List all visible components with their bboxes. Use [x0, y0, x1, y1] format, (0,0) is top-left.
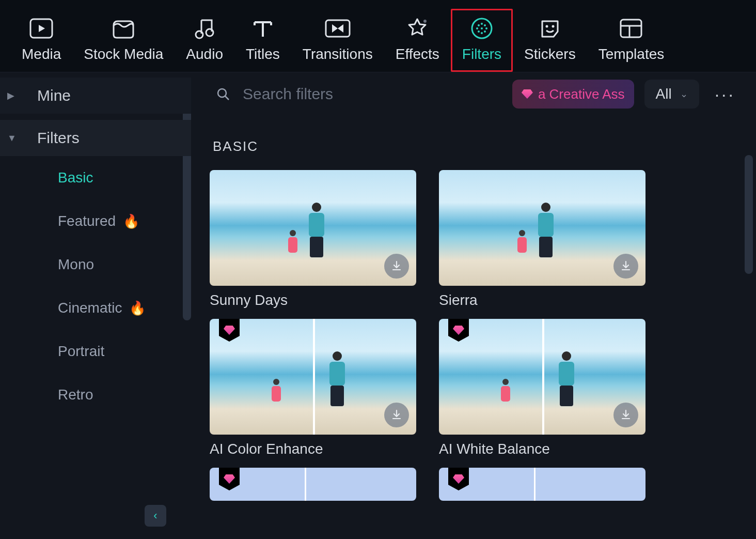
- nav-stickers[interactable]: Stickers: [513, 9, 587, 72]
- premium-badge: [448, 468, 469, 490]
- nav-templates[interactable]: Templates: [587, 9, 676, 72]
- svg-marker-5: [332, 24, 338, 33]
- sidebar-scrollbar[interactable]: [183, 78, 191, 320]
- filter-card[interactable]: AI Color Enhance: [210, 319, 416, 457]
- templates-icon: [619, 15, 643, 42]
- download-icon[interactable]: [384, 403, 409, 427]
- filters-icon: [470, 15, 494, 42]
- filter-card[interactable]: Sierra: [439, 170, 645, 309]
- filter-label: Sunny Days: [210, 292, 416, 309]
- more-options-button[interactable]: ···: [710, 84, 741, 104]
- nav-transitions[interactable]: Transitions: [291, 9, 384, 72]
- nav-label: Transitions: [303, 46, 373, 63]
- flame-icon: 🔥: [123, 213, 139, 229]
- nav-label: Media: [22, 46, 61, 63]
- flame-icon: 🔥: [129, 300, 146, 316]
- sidebar-item-label: Cinematic: [58, 300, 122, 316]
- nav-media[interactable]: Media: [10, 9, 72, 72]
- creative-badge-label: a Creative Ass: [538, 86, 625, 102]
- sidebar-group-mine[interactable]: ▶ Mine: [0, 78, 191, 114]
- search-wrap: [210, 85, 502, 103]
- collapse-sidebar-button[interactable]: ‹: [145, 505, 166, 527]
- nav-stock-media[interactable]: Stock Media: [72, 9, 175, 72]
- filter-card[interactable]: Sunny Days: [210, 170, 416, 309]
- search-input[interactable]: [243, 85, 408, 103]
- figure-child: [272, 379, 281, 408]
- svg-rect-20: [621, 20, 641, 37]
- sidebar-item-label: Retro: [58, 387, 93, 403]
- svg-point-7: [423, 20, 427, 23]
- nav-filters[interactable]: Filters: [451, 9, 513, 72]
- filter-label: Sierra: [439, 292, 645, 309]
- filter-card[interactable]: [210, 468, 416, 501]
- svg-point-13: [481, 27, 483, 29]
- sidebar-item-cinematic[interactable]: Cinematic 🔥: [0, 286, 191, 330]
- sidebar-group-label: Mine: [37, 87, 71, 104]
- more-label: ···: [715, 84, 735, 104]
- svg-point-10: [481, 23, 483, 25]
- sidebar-item-retro[interactable]: Retro: [0, 373, 191, 417]
- effects-icon: [405, 15, 429, 42]
- dropdown-label: All: [656, 86, 672, 102]
- stock-media-icon: [112, 15, 135, 42]
- main-panel: a Creative Ass All ⌄ ··· BASIC S: [191, 72, 756, 539]
- nav-titles[interactable]: Titles: [234, 9, 291, 72]
- sidebar-item-portrait[interactable]: Portrait: [0, 330, 191, 373]
- sidebar-item-label: Basic: [58, 170, 93, 186]
- sidebar-item-basic[interactable]: Basic: [0, 156, 191, 199]
- svg-point-11: [484, 24, 486, 26]
- filter-thumbnail: [439, 468, 645, 501]
- search-icon: [216, 87, 230, 101]
- download-icon[interactable]: [613, 254, 638, 279]
- filter-thumbnail: [439, 170, 645, 286]
- figure-adult: [329, 351, 345, 408]
- filter-thumbnail: [210, 170, 416, 286]
- stickers-icon: [538, 15, 562, 42]
- sidebar-item-label: Portrait: [58, 343, 104, 360]
- sidebar-group-filters[interactable]: ▼ Filters: [0, 120, 191, 156]
- diamond-icon: [224, 326, 235, 335]
- svg-point-17: [484, 30, 486, 33]
- figure-adult: [559, 351, 574, 408]
- sidebar-item-mono[interactable]: Mono: [0, 243, 191, 286]
- filter-card[interactable]: [439, 468, 645, 501]
- sidebar: ▶ Mine ▼ Filters Basic Featured 🔥 Mono C…: [0, 72, 191, 539]
- nav-audio[interactable]: Audio: [175, 9, 234, 72]
- svg-point-3: [206, 29, 213, 36]
- filter-label: AI Color Enhance: [210, 441, 416, 457]
- premium-badge: [448, 319, 469, 342]
- figure-child: [288, 230, 297, 259]
- diamond-icon: [453, 326, 464, 335]
- filters-grid: Sunny Days Sierra: [210, 170, 741, 501]
- creative-assets-badge[interactable]: a Creative Ass: [512, 80, 634, 109]
- nav-label: Stock Media: [84, 46, 163, 63]
- chevron-down-icon: ▼: [7, 133, 17, 144]
- download-icon[interactable]: [384, 254, 409, 279]
- chevron-down-icon: ⌄: [680, 88, 688, 100]
- nav-label: Filters: [462, 46, 501, 63]
- filter-thumbnail: [439, 319, 645, 435]
- diamond-icon: [453, 474, 464, 484]
- filter-thumbnail: [210, 319, 416, 435]
- nav-effects[interactable]: Effects: [384, 9, 451, 72]
- figure-adult: [538, 203, 554, 259]
- sidebar-item-featured[interactable]: Featured 🔥: [0, 199, 191, 243]
- sidebar-item-label: Mono: [58, 256, 94, 273]
- main-scrollbar[interactable]: [745, 155, 753, 274]
- filter-card[interactable]: AI White Balance: [439, 319, 645, 457]
- chevron-right-icon: ▶: [7, 90, 14, 101]
- svg-point-18: [545, 25, 548, 28]
- titles-icon: [251, 15, 274, 42]
- section-title: BASIC: [213, 138, 741, 155]
- transitions-icon: [325, 15, 351, 42]
- svg-marker-6: [338, 24, 343, 33]
- audio-icon: [194, 15, 215, 42]
- svg-marker-1: [39, 25, 45, 32]
- svg-point-19: [552, 25, 554, 28]
- filter-thumbnail: [210, 468, 416, 501]
- diamond-icon: [522, 89, 533, 99]
- filter-scope-dropdown[interactable]: All ⌄: [644, 80, 699, 109]
- sidebar-group-label: Filters: [37, 129, 80, 146]
- download-icon[interactable]: [613, 403, 638, 427]
- svg-point-15: [478, 30, 480, 33]
